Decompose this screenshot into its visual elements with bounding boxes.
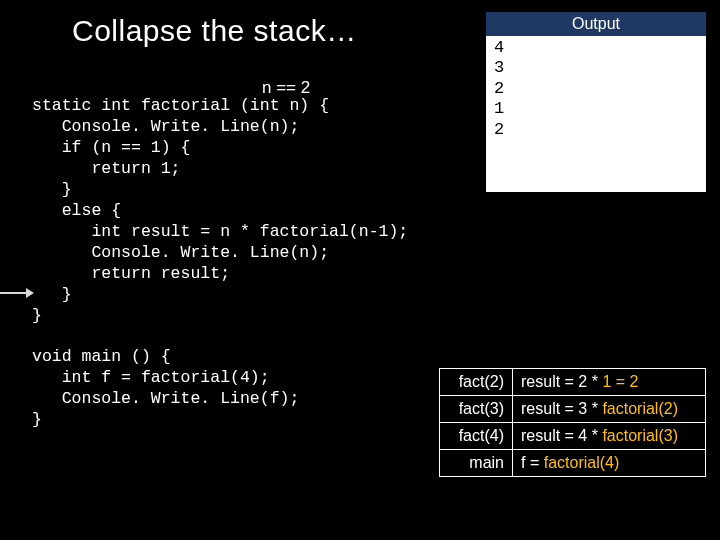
stack-expr: f = factorial(4) (513, 450, 706, 477)
stack-row: fact(3) result = 3 * factorial(2) (440, 396, 706, 423)
stack-expr: result = 4 * factorial(3) (513, 423, 706, 450)
output-body: 4 3 2 1 2 (486, 36, 706, 142)
slide-title: Collapse the stack… (72, 14, 357, 48)
stack-fn: fact(4) (440, 423, 513, 450)
stack-row: fact(2) result = 2 * 1 = 2 (440, 369, 706, 396)
stack-fn: fact(3) (440, 396, 513, 423)
slide: Collapse the stack… n == 2 static int fa… (0, 0, 720, 540)
stack-row: main f = factorial(4) (440, 450, 706, 477)
n-annotation: n == 2 (262, 78, 310, 98)
code-area: static int factorial (int n) { Console. … (32, 96, 408, 431)
output-header: Output (486, 12, 706, 36)
stack-row: fact(4) result = 4 * factorial(3) (440, 423, 706, 450)
stack-fn: main (440, 450, 513, 477)
stack-fn: fact(2) (440, 369, 513, 396)
pointer-arrow-icon (0, 292, 28, 294)
code-main: void main () { int f = factorial(4); Con… (32, 347, 299, 429)
output-panel: Output 4 3 2 1 2 (486, 12, 706, 192)
stack-expr: result = 2 * 1 = 2 (513, 369, 706, 396)
code-factorial: static int factorial (int n) { Console. … (32, 96, 408, 325)
call-stack-table: fact(2) result = 2 * 1 = 2 fact(3) resul… (439, 368, 706, 477)
stack-expr: result = 3 * factorial(2) (513, 396, 706, 423)
